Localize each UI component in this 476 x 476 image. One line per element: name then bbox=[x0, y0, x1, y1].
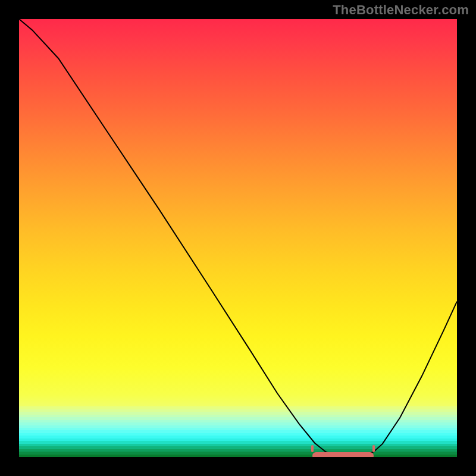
watermark-text: TheBottleNecker.com bbox=[333, 2, 469, 18]
background-gradient bbox=[19, 19, 457, 406]
chart-frame: TheBottleNecker.com bbox=[0, 0, 476, 476]
gradient-band bbox=[19, 455, 457, 457]
plot-area bbox=[19, 19, 457, 457]
bottom-bands bbox=[19, 406, 457, 457]
